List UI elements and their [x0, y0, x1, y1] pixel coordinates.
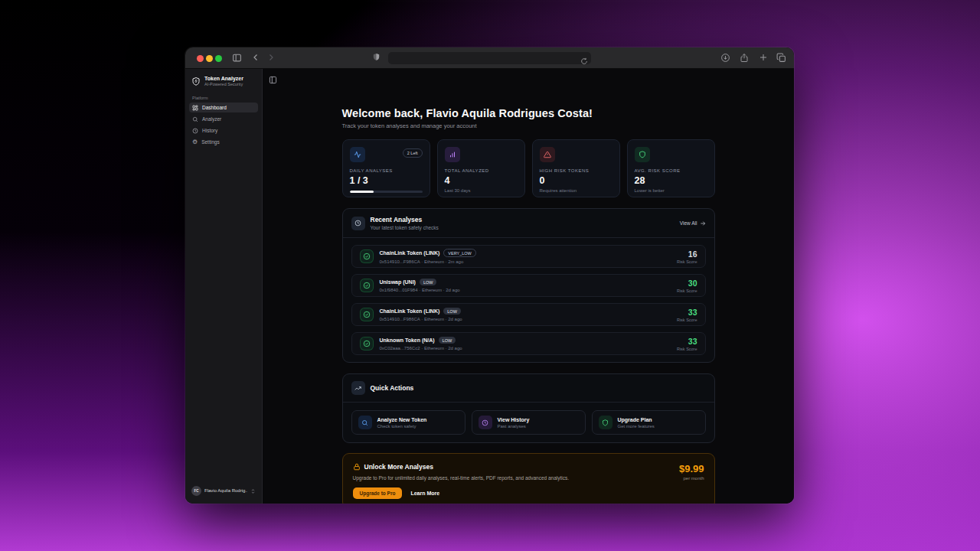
token-name: Unknown Token (N/A)	[380, 337, 435, 343]
back-icon[interactable]	[251, 53, 260, 62]
section-subtitle: Your latest token safety checks	[371, 225, 439, 230]
risk-score-value: 16	[677, 249, 697, 259]
stat-subtext: Requires attention	[540, 188, 612, 193]
upgrade-to-pro-button[interactable]: Upgrade to Pro	[353, 487, 403, 499]
clock-icon	[351, 217, 365, 230]
sidebar-item-label: History	[202, 128, 217, 133]
analysis-row[interactable]: Uniswap (UNI) LOW 0x1f9840...01F984 · Et…	[351, 274, 706, 297]
token-meta: 0x1f9840...01F984 · Ethereum · 2d ago	[380, 288, 460, 292]
token-meta: 0xC02aaa...756Cc2 · Ethereum · 2d ago	[380, 346, 462, 350]
user-menu[interactable]: FC Flavio Aquila Rodrig...	[189, 482, 258, 499]
risk-score-value: 30	[677, 279, 697, 288]
view-history-button[interactable]: View History Past analyses	[472, 410, 586, 435]
alert-triangle-icon	[540, 147, 555, 162]
share-icon[interactable]	[740, 53, 749, 63]
analysis-row[interactable]: ChainLink Token (LINK) LOW 0x514910...F9…	[351, 303, 706, 326]
sidebar-item-dashboard[interactable]: Dashboard	[189, 103, 258, 112]
lock-icon	[353, 463, 361, 471]
gear-icon: ⚙	[192, 139, 198, 145]
token-name: ChainLink Token (LINK)	[380, 308, 440, 314]
check-circle-icon	[360, 249, 374, 263]
activity-icon	[350, 147, 365, 162]
check-circle-icon	[360, 308, 374, 321]
main-content: Welcome back, Flavio Aquila Rodrigues Co…	[263, 69, 794, 504]
sidebar-item-label: Analyzer	[202, 116, 221, 122]
view-all-label: View All	[680, 220, 697, 226]
forward-icon[interactable]	[266, 53, 276, 62]
sidebar-item-history[interactable]: History	[189, 126, 258, 135]
token-meta: 0x514910...F986CA · Ethereum · 2m ago	[380, 259, 476, 264]
banner-description: Upgrade to Pro for unlimited daily analy…	[353, 475, 570, 481]
risk-score-label: Risk Score	[677, 318, 697, 322]
clock-icon	[479, 416, 492, 429]
tab-overview-icon[interactable]	[776, 53, 786, 63]
page-subtitle: Track your token analyses and manage you…	[342, 122, 715, 129]
user-name: Flavio Aquila Rodrig...	[204, 488, 247, 493]
app-subtitle: AI-Powered Security	[204, 82, 243, 86]
token-analyzer-logo-icon	[191, 77, 201, 86]
analysis-row[interactable]: ChainLink Token (LINK) VERY_LOW 0x514910…	[351, 245, 706, 268]
clock-icon	[192, 128, 198, 134]
token-name: Uniswap (UNI)	[380, 279, 416, 285]
sidebar-trigger-icon[interactable]	[269, 73, 277, 86]
stat-subtext: Last 30 days	[445, 188, 518, 193]
check-circle-icon	[360, 337, 374, 350]
analysis-row[interactable]: Unknown Token (N/A) LOW 0xC02aaa...756Cc…	[351, 332, 706, 355]
downloads-icon[interactable]	[720, 53, 730, 63]
action-subtitle: Get more features	[618, 424, 655, 429]
view-all-link[interactable]: View All	[680, 220, 706, 227]
sidebar-item-label: Settings	[201, 139, 220, 145]
privacy-shield-icon[interactable]	[372, 52, 381, 62]
check-circle-icon	[360, 279, 374, 292]
quick-actions-header: Quick Actions	[343, 374, 714, 403]
browser-titlebar	[185, 47, 794, 69]
stat-subtext: Lower is better	[635, 188, 707, 193]
zoom-button[interactable]	[215, 55, 222, 62]
search-icon	[192, 116, 198, 122]
risk-score-value: 33	[677, 337, 697, 346]
reload-icon[interactable]	[580, 54, 588, 68]
app-sidebar: Token Analyzer AI-Powered Security Platf…	[185, 69, 263, 504]
shield-icon	[635, 147, 650, 162]
shield-icon	[599, 416, 612, 429]
section-title: Quick Actions	[371, 384, 414, 392]
recent-analyses-panel: Recent Analyses Your latest token safety…	[342, 208, 715, 363]
stat-label: DAILY ANALYSES	[350, 168, 423, 173]
sidebar-item-settings[interactable]: ⚙ Settings	[189, 137, 258, 147]
bar-chart-icon	[445, 147, 460, 162]
app-logo: Token Analyzer AI-Powered Security	[189, 74, 258, 93]
address-bar[interactable]	[388, 52, 591, 64]
risk-badge: LOW	[420, 279, 437, 285]
trending-up-icon	[351, 381, 365, 395]
stat-value: 4	[445, 175, 518, 186]
sidebar-item-analyzer[interactable]: Analyzer	[189, 114, 258, 124]
price-period: per month	[679, 476, 704, 481]
avatar: FC	[191, 486, 201, 496]
stats-row: 2 Left DAILY ANALYSES 1 / 3 TOTAL ANALYZ…	[342, 139, 715, 197]
risk-score-label: Risk Score	[677, 289, 697, 293]
action-subtitle: Past analyses	[498, 424, 530, 429]
learn-more-link[interactable]: Learn More	[410, 491, 439, 496]
browser-sidebar-toggle-icon[interactable]	[232, 53, 242, 63]
risk-badge: VERY_LOW	[443, 249, 475, 257]
risk-badge: LOW	[443, 308, 461, 315]
app-title: Token Analyzer	[204, 76, 243, 81]
analyze-new-token-button[interactable]: Analyze New Token Check token safety	[351, 410, 466, 435]
upgrade-plan-button[interactable]: Upgrade Plan Get more features	[592, 410, 706, 435]
quick-actions-row: Analyze New Token Check token safety Vie…	[343, 403, 714, 442]
close-button[interactable]	[197, 55, 204, 62]
browser-window: Token Analyzer AI-Powered Security Platf…	[185, 47, 794, 504]
app-root: Token Analyzer AI-Powered Security Platf…	[185, 69, 794, 504]
minimize-button[interactable]	[206, 55, 213, 62]
upgrade-banner: Unlock More Analyses Upgrade to Pro for …	[342, 453, 715, 504]
risk-score-value: 33	[677, 308, 697, 317]
stat-card-avg-risk: AVG. RISK SCORE 28 Lower is better	[627, 139, 715, 197]
stat-value: 1 / 3	[350, 175, 423, 186]
risk-score-label: Risk Score	[677, 259, 697, 264]
stat-label: AVG. RISK SCORE	[635, 168, 707, 173]
quick-actions-panel: Quick Actions Analyze New Token Check to…	[342, 373, 715, 443]
token-meta: 0x514910...F986CA · Ethereum · 2d ago	[380, 317, 462, 321]
new-tab-icon[interactable]	[759, 53, 768, 62]
stat-value: 0	[540, 175, 612, 186]
chevrons-up-down-icon	[250, 484, 256, 497]
